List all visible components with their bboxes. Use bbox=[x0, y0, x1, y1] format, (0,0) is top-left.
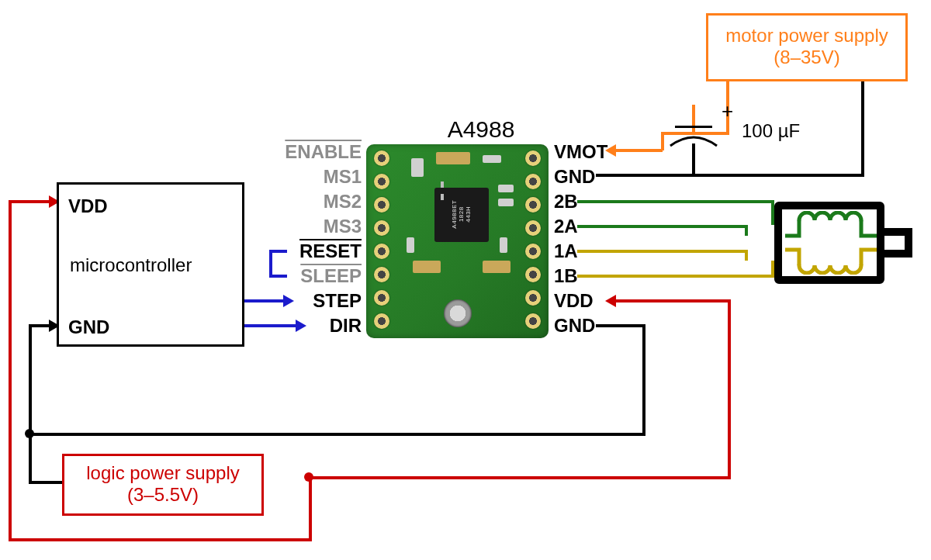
pin-right-gnd: GND bbox=[554, 315, 595, 337]
wire-gnd-v bbox=[642, 324, 645, 434]
pin-left-ms1: MS1 bbox=[324, 166, 362, 188]
driver-pcb: A4988ET 1828 443H bbox=[366, 144, 549, 338]
smd-res-2 bbox=[411, 158, 424, 177]
pin-right-gnd: GND bbox=[554, 166, 595, 188]
wire-logic-to-mcu-vdd bbox=[9, 200, 50, 203]
pad-left-3 bbox=[374, 220, 389, 236]
mcu-label: microcontroller bbox=[70, 254, 192, 276]
pin-right-2a: 2A bbox=[554, 216, 578, 237]
motor-psu-box: motor power supply (8–35V) bbox=[706, 13, 908, 81]
pad-left-0 bbox=[374, 150, 389, 166]
node-gnd bbox=[25, 429, 34, 438]
wire-1a-h bbox=[577, 250, 748, 253]
pin-left-ms3: MS3 bbox=[324, 216, 362, 237]
pad-right-4 bbox=[525, 244, 541, 259]
wire-2b-h bbox=[577, 200, 771, 203]
arrow-dir bbox=[296, 320, 306, 332]
cap-plate-neg bbox=[669, 133, 718, 147]
pin-left-sleep: SLEEP bbox=[300, 265, 362, 287]
motor-psu-line1: motor power supply bbox=[708, 25, 905, 47]
arrow-vdd bbox=[605, 295, 616, 307]
pin-right-vdd: VDD bbox=[554, 290, 594, 312]
smd-res-1 bbox=[483, 155, 501, 163]
motor-shaft bbox=[884, 228, 912, 258]
pad-left-5 bbox=[374, 267, 389, 282]
wire-cap-neg-stub bbox=[692, 143, 695, 176]
wire-jumper-top bbox=[272, 250, 287, 253]
smd-res-3 bbox=[498, 185, 514, 192]
pad-right-5 bbox=[525, 267, 541, 282]
arrow-step bbox=[283, 295, 294, 307]
mcu-gnd-label: GND bbox=[68, 316, 109, 338]
pad-right-1 bbox=[525, 174, 541, 189]
pin-left-reset: RESET bbox=[299, 240, 362, 262]
wire-jumper-bot bbox=[272, 275, 287, 278]
pad-left-4 bbox=[374, 244, 389, 259]
coil-a-icon bbox=[785, 245, 877, 275]
wire-vdd-h bbox=[614, 299, 731, 302]
smd-cap-1 bbox=[436, 152, 470, 164]
driver-ic: A4988ET 1828 443H bbox=[434, 188, 489, 242]
driver-title: A4988 bbox=[403, 116, 559, 143]
pad-right-2 bbox=[525, 197, 541, 213]
pad-left-7 bbox=[374, 313, 389, 329]
coil-b-icon bbox=[785, 211, 877, 240]
wire-logic-bottom-h bbox=[9, 538, 312, 541]
wire-vdd-v bbox=[728, 299, 731, 478]
wire-1a-stub bbox=[745, 250, 748, 261]
pin-right-vmot: VMOT bbox=[554, 141, 607, 163]
ic-marking: A4988ET 1828 443H bbox=[452, 187, 472, 241]
wire-dir bbox=[244, 324, 299, 327]
pin-left-enable: ENABLE bbox=[285, 141, 362, 163]
wire-2a-h bbox=[577, 225, 748, 228]
wire-2a-stub bbox=[745, 225, 748, 236]
wire-cap-pos-stub bbox=[692, 105, 695, 134]
smd-res-4 bbox=[498, 199, 514, 206]
pad-right-6 bbox=[525, 290, 541, 306]
mcu-box: VDD microcontroller GND bbox=[57, 182, 244, 347]
smd-res-5 bbox=[407, 237, 414, 253]
logic-psu-line1: logic power supply bbox=[64, 462, 261, 484]
pad-left-2 bbox=[374, 197, 389, 213]
smd-cap-2 bbox=[413, 261, 441, 273]
wire-gnd-h1 bbox=[596, 324, 645, 327]
wire-gnd-to-logic-psu bbox=[29, 433, 32, 483]
wire-gnd-into-logic-psu bbox=[29, 481, 64, 484]
cap-polarity: + bbox=[722, 99, 733, 123]
cap-value: 100 µF bbox=[742, 120, 800, 142]
pin-left-ms2: MS2 bbox=[324, 191, 362, 213]
pin-right-1b: 1B bbox=[554, 265, 578, 287]
wire-gnd-up-to-mcu bbox=[29, 324, 32, 436]
pin-left-step: STEP bbox=[313, 290, 362, 312]
current-limit-pot bbox=[444, 299, 472, 327]
wire-1b-h bbox=[577, 275, 771, 278]
wire-jumper-conn bbox=[269, 250, 272, 278]
wire-vdd-to-psu bbox=[309, 476, 731, 479]
pad-right-7 bbox=[525, 313, 541, 329]
pin-right-1a: 1A bbox=[554, 240, 578, 262]
pad-left-6 bbox=[374, 290, 389, 306]
wire-logic-right-v bbox=[309, 476, 312, 540]
wire-psu-pos-vert2 bbox=[661, 132, 664, 150]
mcu-vdd-label: VDD bbox=[68, 195, 108, 217]
wire-gnd-long bbox=[29, 433, 645, 436]
wire-psu-to-vmot bbox=[614, 149, 663, 152]
wire-psu-neg-to-gnd bbox=[596, 174, 864, 177]
pin-right-2b: 2B bbox=[554, 191, 578, 213]
wiring-diagram: A4988 + 100 µF motor power supply (8–35V… bbox=[0, 0, 931, 560]
wire-logic-left-v bbox=[9, 200, 12, 540]
wire-psu-neg-vert bbox=[861, 81, 864, 175]
smd-cap-3 bbox=[483, 261, 510, 273]
wire-step bbox=[244, 299, 286, 302]
pad-left-1 bbox=[374, 174, 389, 189]
cap-plate-pos bbox=[675, 126, 712, 128]
pin-left-dir: DIR bbox=[330, 315, 362, 337]
pad-right-0 bbox=[525, 150, 541, 166]
logic-psu-box: logic power supply (3–5.5V) bbox=[62, 454, 264, 516]
logic-psu-line2: (3–5.5V) bbox=[64, 484, 261, 506]
smd-res-6 bbox=[500, 237, 507, 253]
pad-right-3 bbox=[525, 220, 541, 236]
motor-psu-line2: (8–35V) bbox=[708, 47, 905, 68]
